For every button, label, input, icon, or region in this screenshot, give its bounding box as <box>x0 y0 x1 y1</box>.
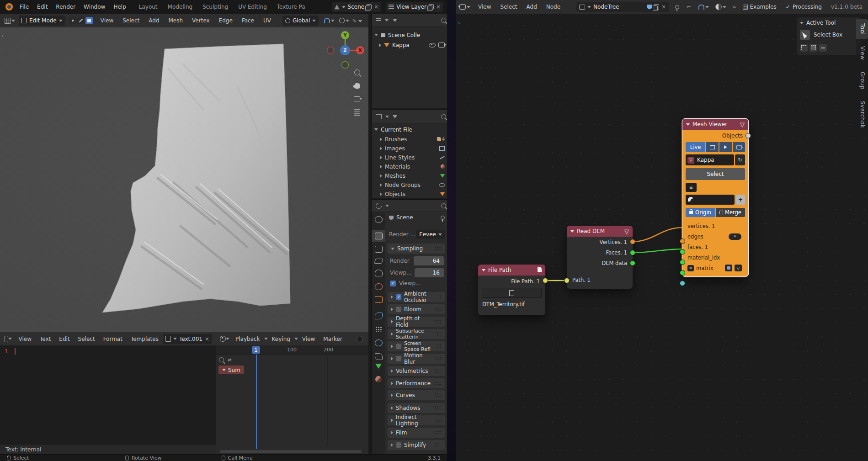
read-dem-demdata-socket[interactable] <box>630 260 635 266</box>
outliner-search-icon[interactable] <box>441 18 446 23</box>
edge-select-icon[interactable] <box>77 17 85 24</box>
object-expand-icon[interactable] <box>379 43 381 47</box>
timeline-scrollbar[interactable] <box>220 450 362 453</box>
text-menu-view[interactable]: View <box>15 336 36 342</box>
text-editor-body[interactable]: 1 <box>0 345 216 444</box>
panel-screen-space-reflections[interactable]: Screen Space Refl <box>388 341 445 351</box>
select-mode-extend-icon[interactable] <box>809 44 817 52</box>
tab-view-layer[interactable] <box>372 259 385 264</box>
merge-button[interactable]: Merge <box>716 208 745 217</box>
ssr-checkbox[interactable] <box>396 344 401 349</box>
text-datablock-selector[interactable]: Text.001 × <box>163 334 212 344</box>
viewport-menu-face[interactable]: Face <box>238 17 258 24</box>
viewport-menu-vertex[interactable]: Vertex <box>188 17 214 24</box>
viewport-menu-select[interactable]: Select <box>118 17 144 24</box>
snap-options-chevron[interactable] <box>331 20 335 22</box>
proportional-chevron[interactable] <box>346 20 349 22</box>
menu-edit[interactable]: Edit <box>33 4 52 10</box>
sidebar-expand-arrow[interactable]: › <box>2 33 4 39</box>
workspace-tab-uv-editing[interactable]: UV Editing <box>233 4 272 10</box>
text-editor-type-chevron[interactable] <box>8 338 12 340</box>
channel-search-icon[interactable] <box>219 357 224 362</box>
mode-dropdown[interactable]: Edit Mode <box>19 16 65 26</box>
engine-dropdown[interactable]: Eevee <box>416 230 445 239</box>
terrain-mesh[interactable] <box>64 32 368 329</box>
panel-shadows[interactable]: Shadows <box>388 403 445 413</box>
live-button[interactable]: Live <box>686 142 705 152</box>
properties-editor-chevron[interactable] <box>385 205 389 207</box>
navigation-gizmo[interactable]: Y X Z <box>326 30 366 69</box>
pin-id-icon[interactable] <box>441 216 445 220</box>
outliner-display-chevron[interactable] <box>385 19 389 21</box>
mv-edges-socket[interactable] <box>680 249 685 254</box>
panel-curves[interactable]: Curves <box>388 390 445 400</box>
current-file-expand-icon[interactable] <box>374 128 378 131</box>
object-name-field[interactable]: ▽ Kappa <box>686 154 734 165</box>
viewport-menu-add[interactable]: Add <box>144 17 163 24</box>
viewport-menu-uv[interactable]: UV <box>259 17 275 24</box>
node-tree-browse-icon[interactable] <box>579 5 585 10</box>
denoise-checkbox[interactable] <box>390 281 396 286</box>
select-mode-new-icon[interactable] <box>800 44 808 52</box>
tab-object[interactable] <box>372 296 385 303</box>
motion-blur-checkbox[interactable] <box>396 356 401 361</box>
read-dem-node-header[interactable]: Read DEM ▽ <box>567 226 633 237</box>
proportional-edit-icon[interactable] <box>339 18 345 23</box>
read-dem-faces-socket[interactable] <box>630 250 635 255</box>
blendfile-row-objects[interactable]: Objects <box>380 189 445 199</box>
outliner-row-collection[interactable]: Scene Colle <box>374 30 446 40</box>
node-tree-selector[interactable]: NodeTree × <box>576 2 669 12</box>
panel-performance[interactable]: Performance <box>388 378 445 388</box>
outliner-display-mode-icon[interactable] <box>376 18 381 22</box>
menu-render[interactable]: Render <box>52 4 80 10</box>
summary-channel[interactable]: Sum <box>218 366 244 374</box>
text-menu-templates[interactable]: Templates <box>127 336 163 342</box>
tab-physics[interactable] <box>372 339 385 346</box>
editor-type-icon[interactable] <box>5 18 11 24</box>
node-menu-add[interactable]: Add <box>522 4 541 10</box>
text-unlink-icon[interactable]: × <box>205 336 209 342</box>
file-path-node-header[interactable]: File Path <box>478 265 545 276</box>
file-path-output-socket[interactable] <box>543 278 548 283</box>
mv-material-idx-socket[interactable] <box>680 270 685 276</box>
read-dem-path-socket[interactable] <box>564 278 570 283</box>
blendfile-row-meshes[interactable]: Meshes <box>380 171 445 180</box>
tab-render[interactable] <box>372 230 385 242</box>
tab-constraints[interactable] <box>372 353 385 360</box>
timeline-menu-view[interactable]: View <box>298 336 319 342</box>
node-editor-type-chevron[interactable] <box>467 6 470 8</box>
node-snap-icon[interactable] <box>698 5 704 10</box>
add-material-button[interactable]: + <box>736 195 745 205</box>
sidebar-tab-sverchok[interactable]: Sverchok <box>856 97 868 132</box>
bloom-checkbox[interactable] <box>396 307 401 312</box>
blendfile-row-images[interactable]: Images <box>380 143 445 153</box>
timeline-ruler[interactable]: 100 200 1 <box>216 345 368 355</box>
node-menu-select[interactable]: Select <box>496 4 521 10</box>
matrix-display-button[interactable] <box>725 265 732 271</box>
sidebar-tab-view[interactable]: View <box>856 42 868 64</box>
sampling-panel-header[interactable]: Sampling <box>388 244 445 254</box>
timeline-menu-marker[interactable]: Marker <box>319 336 346 342</box>
blendfile-filter-icon[interactable] <box>393 115 397 118</box>
panel-film[interactable]: Film <box>388 428 445 438</box>
sampling-viewport-value[interactable]: 16 <box>415 268 444 277</box>
node-read-dem[interactable]: Read DEM ▽ Vertices. 1 Faces. 1 DEM data… <box>567 226 633 289</box>
timeline-editor-chevron[interactable] <box>226 338 229 340</box>
node-mesh-viewer[interactable]: Mesh Viewer ▽ Objects Live <box>682 119 748 276</box>
viewport-3d[interactable]: › <box>0 27 368 332</box>
origin-button[interactable]: Origin <box>686 208 715 217</box>
mv-vertices-socket[interactable] <box>680 238 685 244</box>
sidebar-tab-tool[interactable]: Tool <box>856 19 868 39</box>
unlink-scene-icon[interactable]: × <box>374 4 378 10</box>
blendfile-root-row[interactable]: Current File <box>374 125 446 134</box>
workspace-tab-texture-paint[interactable]: Texture Pa <box>272 4 310 10</box>
panel-subsurface-scattering[interactable]: Subsurface Scatterin <box>388 329 445 339</box>
fake-user-shield-icon[interactable] <box>647 5 652 10</box>
tab-output[interactable] <box>372 246 385 253</box>
panel-volumetrics[interactable]: Volumetrics <box>388 366 445 376</box>
viewport-menu-edge[interactable]: Edge <box>215 17 237 24</box>
panel-depth-of-field[interactable]: Depth of Field <box>388 317 445 327</box>
viewport-header-extra-icon[interactable]: ∿ <box>352 17 362 24</box>
timeline-menu-playback[interactable]: Playback <box>231 336 264 342</box>
mesh-viewer-node-header[interactable]: Mesh Viewer ▽ <box>682 119 748 130</box>
